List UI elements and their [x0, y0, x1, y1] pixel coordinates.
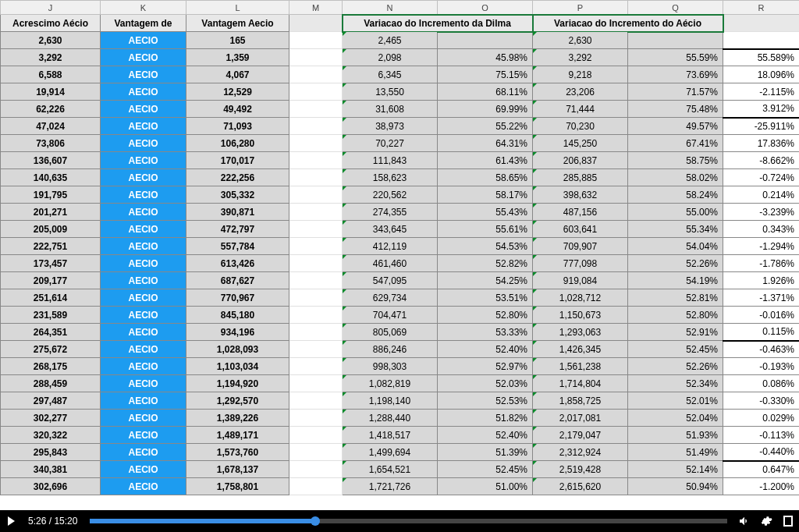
- cell-r-pct[interactable]: -0.113%: [723, 427, 800, 444]
- cell-dilma-value[interactable]: 274,355: [343, 204, 438, 221]
- cell-dilma-pct[interactable]: 52.80%: [438, 307, 533, 324]
- cell-r-pct[interactable]: -1.294%: [723, 238, 800, 255]
- cell-vantagem-de[interactable]: AECIO: [101, 324, 186, 341]
- cell-blank[interactable]: [289, 238, 343, 255]
- cell-blank[interactable]: [289, 461, 343, 478]
- cell-dilma-pct[interactable]: 54.53%: [438, 238, 533, 255]
- cell-vantagem-de[interactable]: AECIO: [101, 307, 186, 324]
- cell-aecio-pct[interactable]: 58.75%: [628, 152, 723, 169]
- cell-dilma-value[interactable]: 629,734: [343, 289, 438, 307]
- cell-vantagem-de[interactable]: AECIO: [101, 32, 186, 49]
- cell-vantagem-de[interactable]: AECIO: [101, 289, 186, 307]
- cell-aecio-value[interactable]: 1,561,238: [533, 358, 628, 375]
- cell-aecio-value[interactable]: 2,312,924: [533, 444, 628, 461]
- cell-aecio-pct[interactable]: 52.04%: [628, 410, 723, 427]
- cell-aecio-pct[interactable]: 55.34%: [628, 221, 723, 238]
- cell-dilma-pct[interactable]: 52.97%: [438, 358, 533, 375]
- cell-aecio-value[interactable]: 1,714,804: [533, 375, 628, 392]
- cell-vantagem-de[interactable]: AECIO: [101, 272, 186, 289]
- cell-dilma-value[interactable]: 704,471: [343, 307, 438, 324]
- cell-blank[interactable]: [289, 478, 343, 495]
- cell-dilma-pct[interactable]: 51.39%: [438, 444, 533, 461]
- cell-vantagem-aecio[interactable]: 1,194,920: [186, 375, 289, 392]
- cell-aecio-pct[interactable]: 71.57%: [628, 83, 723, 101]
- cell-vantagem-de[interactable]: AECIO: [101, 101, 186, 118]
- cell-aecio-pct[interactable]: 52.81%: [628, 289, 723, 307]
- cell-aecio-pct[interactable]: [628, 32, 723, 49]
- cell-acrescimo-aecio[interactable]: 6,588: [1, 66, 101, 83]
- cell-r-pct[interactable]: -0.463%: [723, 341, 800, 358]
- cell-aecio-value[interactable]: 603,641: [533, 221, 628, 238]
- cell-acrescimo-aecio[interactable]: 205,009: [1, 221, 101, 238]
- cell-vantagem-aecio[interactable]: 49,492: [186, 101, 289, 118]
- cell-aecio-value[interactable]: 23,206: [533, 83, 628, 101]
- cell-aecio-pct[interactable]: 54.04%: [628, 238, 723, 255]
- col-header-K[interactable]: K: [101, 1, 186, 15]
- cell-vantagem-de[interactable]: AECIO: [101, 444, 186, 461]
- header-vantagem-aecio[interactable]: Vantagem Aecio: [186, 15, 289, 32]
- cell-blank[interactable]: [289, 118, 343, 135]
- col-header-P[interactable]: P: [533, 1, 628, 15]
- cell-blank[interactable]: [289, 255, 343, 272]
- settings-button[interactable]: [755, 510, 777, 532]
- cell-acrescimo-aecio[interactable]: 19,914: [1, 83, 101, 101]
- cell-vantagem-aecio[interactable]: 170,017: [186, 152, 289, 169]
- cell-dilma-value[interactable]: 38,973: [343, 118, 438, 135]
- cell-blank[interactable]: [289, 410, 343, 427]
- cell-aecio-value[interactable]: 3,292: [533, 49, 628, 66]
- cell-r-pct[interactable]: -0.440%: [723, 444, 800, 461]
- col-header-J[interactable]: J: [1, 1, 101, 15]
- cell-blank[interactable]: [289, 375, 343, 392]
- header-variacao-dilma[interactable]: Variacao do Incremento da Dilma: [343, 15, 533, 32]
- cell-aecio-value[interactable]: 71,444: [533, 101, 628, 118]
- cell-vantagem-aecio[interactable]: 390,871: [186, 204, 289, 221]
- cell-blank[interactable]: [289, 83, 343, 101]
- cell-acrescimo-aecio[interactable]: 264,351: [1, 324, 101, 341]
- cell-r-pct[interactable]: -0.193%: [723, 358, 800, 375]
- cell-vantagem-aecio[interactable]: 472,797: [186, 221, 289, 238]
- cell-aecio-value[interactable]: 777,098: [533, 255, 628, 272]
- cell-dilma-pct[interactable]: 52.03%: [438, 375, 533, 392]
- cell-vantagem-aecio[interactable]: 1,489,171: [186, 427, 289, 444]
- cell-vantagem-de[interactable]: AECIO: [101, 461, 186, 478]
- cell-acrescimo-aecio[interactable]: 209,177: [1, 272, 101, 289]
- cell-dilma-value[interactable]: 1,082,819: [343, 375, 438, 392]
- cell-vantagem-aecio[interactable]: 165: [186, 32, 289, 49]
- cell-aecio-value[interactable]: 2,630: [533, 32, 628, 49]
- cell-acrescimo-aecio[interactable]: 268,175: [1, 358, 101, 375]
- cell-acrescimo-aecio[interactable]: 320,322: [1, 427, 101, 444]
- cell-blank[interactable]: [289, 186, 343, 204]
- cell-dilma-pct[interactable]: 69.99%: [438, 101, 533, 118]
- cell-blank[interactable]: [289, 392, 343, 410]
- cell-vantagem-de[interactable]: AECIO: [101, 118, 186, 135]
- fullscreen-button[interactable]: [777, 510, 799, 532]
- cell-r-pct[interactable]: -1.786%: [723, 255, 800, 272]
- cell-dilma-pct[interactable]: 55.22%: [438, 118, 533, 135]
- cell-acrescimo-aecio[interactable]: 297,487: [1, 392, 101, 410]
- cell-aecio-pct[interactable]: 75.48%: [628, 101, 723, 118]
- cell-dilma-value[interactable]: 805,069: [343, 324, 438, 341]
- play-button[interactable]: [0, 510, 22, 532]
- cell-r-pct[interactable]: 18.096%: [723, 66, 800, 83]
- cell-aecio-pct[interactable]: 49.57%: [628, 118, 723, 135]
- cell-acrescimo-aecio[interactable]: 136,607: [1, 152, 101, 169]
- cell-dilma-value[interactable]: 1,654,521: [343, 461, 438, 478]
- cell-dilma-value[interactable]: 343,645: [343, 221, 438, 238]
- cell-vantagem-aecio[interactable]: 1,573,760: [186, 444, 289, 461]
- cell-aecio-value[interactable]: 1,028,712: [533, 289, 628, 307]
- cell-dilma-pct[interactable]: 51.00%: [438, 478, 533, 495]
- cell-aecio-pct[interactable]: 52.14%: [628, 461, 723, 478]
- cell-dilma-value[interactable]: 2,098: [343, 49, 438, 66]
- cell-blank[interactable]: [289, 32, 343, 49]
- cell-vantagem-aecio[interactable]: 71,093: [186, 118, 289, 135]
- cell-r-pct[interactable]: -0.330%: [723, 392, 800, 410]
- cell-aecio-value[interactable]: 1,858,725: [533, 392, 628, 410]
- cell-dilma-value[interactable]: 31,608: [343, 101, 438, 118]
- cell-aecio-value[interactable]: 1,150,673: [533, 307, 628, 324]
- cell-blank[interactable]: [289, 101, 343, 118]
- cell-vantagem-de[interactable]: AECIO: [101, 427, 186, 444]
- cell-aecio-pct[interactable]: 50.94%: [628, 478, 723, 495]
- cell-aecio-pct[interactable]: 58.02%: [628, 169, 723, 186]
- cell-vantagem-de[interactable]: AECIO: [101, 358, 186, 375]
- progress-bar[interactable]: [90, 519, 727, 523]
